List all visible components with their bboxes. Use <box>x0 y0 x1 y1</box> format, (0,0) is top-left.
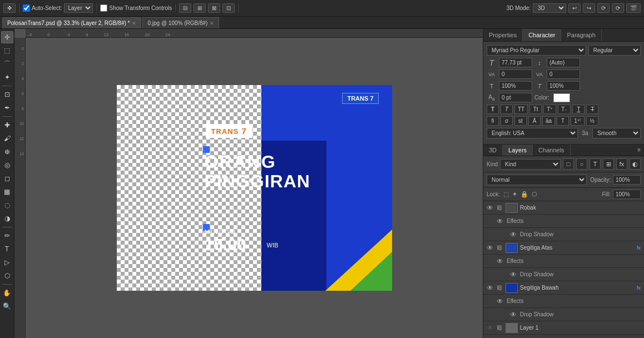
layer-eye-ds2[interactable]: 👁 <box>510 271 518 279</box>
lock-position-icon[interactable]: ✦ <box>512 191 517 198</box>
move-tool[interactable]: ✢ <box>1 31 13 43</box>
tab-polosan-close[interactable]: ✕ <box>132 21 136 26</box>
layer-item-robak[interactable]: 👁 ⛓ Robak <box>483 201 644 215</box>
layer-item-effects3[interactable]: 👁 Effects <box>483 295 644 308</box>
style-allcaps[interactable]: TT <box>514 105 528 114</box>
color-swatch[interactable] <box>553 93 570 102</box>
lock-artboard-icon[interactable]: ⬡ <box>532 191 537 198</box>
style-aa-small[interactable]: āa <box>542 116 555 126</box>
layer-item-dropshadow2[interactable]: 👁 Drop Shadow <box>483 268 644 281</box>
tab-0jpg[interactable]: 0.jpg @ 100% (RGB/8#) ✕ <box>142 17 219 28</box>
tab-polosan[interactable]: PolosanTrans7.psd @ 33.3% (Layer 2, RGB/… <box>2 17 141 28</box>
font-style-select[interactable]: Regular <box>588 45 641 56</box>
brush-tool[interactable]: 🖌 <box>1 132 13 145</box>
clone-tool[interactable]: ⊕ <box>1 146 13 158</box>
tab-3d[interactable]: 3D <box>483 145 503 156</box>
filter-toggle[interactable]: ◐ <box>630 158 641 170</box>
zoom-tool[interactable]: 🔍 <box>1 300 13 312</box>
layer-eye-eff3[interactable]: 👁 <box>497 297 504 305</box>
3d-btn-1[interactable]: ↩ <box>568 3 581 13</box>
lock-pixels-icon[interactable]: ⬚ <box>503 191 509 198</box>
3d-btn-5[interactable]: 🎬 <box>626 3 641 13</box>
style-strike[interactable]: T <box>586 105 598 114</box>
history-tool[interactable]: ◎ <box>1 159 13 171</box>
style-1st[interactable]: 1ˢᵗ <box>571 116 584 126</box>
layer-eye-ds3[interactable]: 👁 <box>510 311 518 319</box>
style-bold[interactable]: T <box>487 105 499 114</box>
blend-mode-select[interactable]: Normal <box>487 175 587 185</box>
tab-layers[interactable]: Layers <box>503 145 533 156</box>
filter-icon-1[interactable]: □ <box>563 158 574 170</box>
layer-eye-layer1[interactable]: 👁 <box>487 324 494 332</box>
language-select[interactable]: English: USA <box>487 128 578 138</box>
align-btn-3[interactable]: ⊠ <box>208 3 220 13</box>
style-sigma[interactable]: σ <box>501 116 513 126</box>
path-tool[interactable]: ▷ <box>1 256 13 269</box>
hand-tool[interactable]: ✋ <box>1 287 13 299</box>
kind-select[interactable]: Kind <box>500 159 561 170</box>
layer-item-effects1[interactable]: 👁 Effects <box>483 215 644 228</box>
align-btn-2[interactable]: ⊞ <box>194 3 206 13</box>
align-btn-1[interactable]: ⊟ <box>179 3 191 13</box>
filter-icon-4[interactable]: ⊞ <box>603 158 614 170</box>
crop-tool[interactable]: ⊡ <box>1 88 13 101</box>
eraser-tool[interactable]: ◻ <box>1 172 13 185</box>
layer-eye-ds1[interactable]: 👁 <box>510 231 518 238</box>
layer-item-layer1[interactable]: 👁 ⛓ Layer 1 <box>483 321 644 335</box>
baseline-input[interactable] <box>499 93 532 102</box>
layer-eye-eff1[interactable]: 👁 <box>497 217 504 225</box>
layer-item-effects2[interactable]: 👁 Effects <box>483 255 644 268</box>
tab-properties[interactable]: Properties <box>483 29 523 41</box>
heal-tool[interactable]: ✚ <box>1 119 13 131</box>
gradient-tool[interactable]: ▦ <box>1 186 13 198</box>
smooth-select[interactable]: Smooth <box>592 128 641 138</box>
style-sub[interactable]: T₋ <box>558 105 571 114</box>
eyedropper-tool[interactable]: ✒ <box>1 102 13 114</box>
3d-btn-2[interactable]: ↪ <box>583 3 595 13</box>
opacity-input[interactable] <box>613 175 641 185</box>
3d-mode-select[interactable]: 3D <box>533 3 566 13</box>
style-smallcaps[interactable]: Tt <box>529 105 542 114</box>
tab-channels[interactable]: Channels <box>533 145 570 156</box>
magic-wand-tool[interactable]: ✦ <box>1 71 13 83</box>
selection-tool[interactable]: ⬚ <box>1 44 13 57</box>
filter-icon-5[interactable]: fx <box>616 158 627 170</box>
leading-input[interactable] <box>547 58 580 67</box>
layer-item-segitiga-bawah[interactable]: 👁 ⛓ Segitiga Bawah fx <box>483 281 644 295</box>
layer-item-segitiga-atas[interactable]: 👁 ⛓ Segitiga Atas fx <box>483 241 644 255</box>
move-tool-btn[interactable]: ✥ <box>3 3 16 13</box>
blur-tool[interactable]: ◌ <box>1 199 13 211</box>
filter-icon-2[interactable]: ○ <box>576 158 587 170</box>
layers-menu-btn[interactable]: ≡ <box>634 145 644 156</box>
3d-btn-4[interactable]: ⟳ <box>612 3 624 13</box>
shape-tool[interactable]: ⬡ <box>1 270 13 282</box>
auto-select-checkbox[interactable] <box>23 4 30 12</box>
layer-eye-segiatas[interactable]: 👁 <box>487 244 494 252</box>
tab-0jpg-close[interactable]: ✕ <box>210 21 214 26</box>
filter-icon-3[interactable]: T <box>589 158 601 170</box>
vscale-input[interactable] <box>547 81 580 91</box>
hscale-input[interactable] <box>499 81 532 91</box>
tab-paragraph[interactable]: Paragraph <box>561 29 601 41</box>
tab-character[interactable]: Character <box>523 29 561 41</box>
style-italic[interactable]: T <box>501 105 513 114</box>
font-size-input[interactable] <box>499 58 532 67</box>
layer-eye-eff2[interactable]: 👁 <box>497 257 504 265</box>
pen-tool[interactable]: ✏ <box>1 230 13 242</box>
lock-all-icon[interactable]: 🔒 <box>521 191 528 198</box>
style-st[interactable]: st <box>514 116 527 126</box>
layer-item-dropshadow1[interactable]: 👁 Drop Shadow <box>483 228 644 241</box>
style-fi[interactable]: fi <box>487 116 499 126</box>
layer-item-dropshadow3[interactable]: 👁 Drop Shadow <box>483 308 644 321</box>
kerning-input[interactable] <box>499 69 532 79</box>
type-tool[interactable]: T <box>1 243 13 255</box>
3d-btn-3[interactable]: ⟳ <box>597 3 610 13</box>
dodge-tool[interactable]: ◑ <box>1 212 13 225</box>
style-T-special[interactable]: T <box>557 116 569 126</box>
transform-checkbox[interactable] <box>100 4 107 12</box>
style-half[interactable]: ½ <box>586 116 598 126</box>
auto-select-select[interactable]: Layer <box>64 3 93 13</box>
fill-input[interactable] <box>613 190 641 199</box>
style-under[interactable]: T <box>572 105 584 114</box>
font-family-select[interactable]: Myriad Pro Regular <box>487 45 586 56</box>
